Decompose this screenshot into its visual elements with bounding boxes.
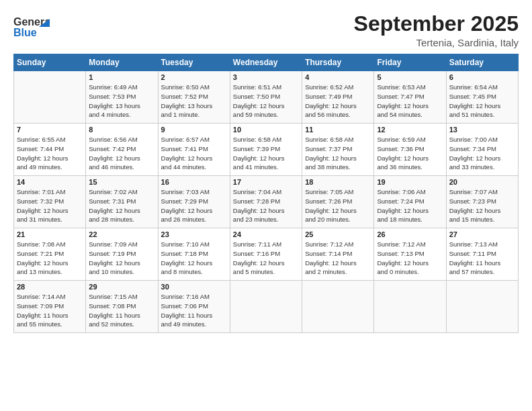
day-number: 29 [89, 283, 154, 291]
day-info: Sunrise: 7:10 AM Sunset: 7:18 PM Dayligh… [161, 240, 227, 277]
day-cell [374, 281, 446, 333]
day-info: Sunrise: 7:13 AM Sunset: 7:11 PM Dayligh… [449, 240, 515, 277]
day-number: 1 [89, 73, 154, 81]
col-saturday: Saturday [446, 54, 518, 71]
day-info: Sunrise: 6:56 AM Sunset: 7:42 PM Dayligh… [89, 135, 154, 172]
day-number: 15 [89, 178, 154, 186]
day-info: Sunrise: 6:55 AM Sunset: 7:44 PM Dayligh… [17, 135, 83, 172]
day-number: 9 [161, 126, 227, 134]
day-number: 20 [449, 178, 515, 186]
day-cell: 17Sunrise: 7:04 AM Sunset: 7:28 PM Dayli… [230, 176, 302, 228]
day-cell: 3Sunrise: 6:51 AM Sunset: 7:50 PM Daylig… [230, 71, 302, 124]
day-number: 27 [449, 230, 515, 238]
day-info: Sunrise: 7:15 AM Sunset: 7:08 PM Dayligh… [89, 292, 154, 329]
day-number: 17 [233, 178, 299, 186]
day-info: Sunrise: 7:02 AM Sunset: 7:31 PM Dayligh… [89, 187, 154, 224]
week-row-1: 7Sunrise: 6:55 AM Sunset: 7:44 PM Daylig… [14, 124, 519, 176]
day-info: Sunrise: 6:49 AM Sunset: 7:53 PM Dayligh… [89, 83, 154, 120]
day-number: 19 [377, 178, 443, 186]
day-cell: 7Sunrise: 6:55 AM Sunset: 7:44 PM Daylig… [14, 124, 86, 176]
day-number: 12 [377, 126, 443, 134]
day-cell: 9Sunrise: 6:57 AM Sunset: 7:41 PM Daylig… [158, 124, 230, 176]
day-cell: 15Sunrise: 7:02 AM Sunset: 7:31 PM Dayli… [86, 176, 158, 228]
day-number: 25 [305, 230, 371, 238]
col-thursday: Thursday [302, 54, 374, 71]
day-cell: 30Sunrise: 7:16 AM Sunset: 7:06 PM Dayli… [158, 281, 230, 333]
day-cell: 2Sunrise: 6:50 AM Sunset: 7:52 PM Daylig… [158, 71, 230, 124]
day-number: 13 [449, 126, 515, 134]
col-wednesday: Wednesday [230, 54, 302, 71]
day-info: Sunrise: 7:06 AM Sunset: 7:24 PM Dayligh… [377, 187, 443, 224]
day-cell: 4Sunrise: 6:52 AM Sunset: 7:49 PM Daylig… [302, 71, 374, 124]
day-number: 11 [305, 126, 371, 134]
day-number: 10 [233, 126, 299, 134]
day-info: Sunrise: 6:57 AM Sunset: 7:41 PM Dayligh… [161, 135, 227, 172]
day-cell: 1Sunrise: 6:49 AM Sunset: 7:53 PM Daylig… [86, 71, 158, 124]
day-info: Sunrise: 7:12 AM Sunset: 7:14 PM Dayligh… [305, 240, 371, 277]
day-info: Sunrise: 6:58 AM Sunset: 7:39 PM Dayligh… [233, 135, 299, 172]
day-info: Sunrise: 7:16 AM Sunset: 7:06 PM Dayligh… [161, 292, 227, 329]
day-info: Sunrise: 7:11 AM Sunset: 7:16 PM Dayligh… [233, 240, 299, 277]
day-info: Sunrise: 6:58 AM Sunset: 7:37 PM Dayligh… [305, 135, 371, 172]
day-number: 14 [17, 178, 83, 186]
day-cell: 16Sunrise: 7:03 AM Sunset: 7:29 PM Dayli… [158, 176, 230, 228]
day-cell: 24Sunrise: 7:11 AM Sunset: 7:16 PM Dayli… [230, 228, 302, 281]
day-cell: 5Sunrise: 6:53 AM Sunset: 7:47 PM Daylig… [374, 71, 446, 124]
day-info: Sunrise: 7:09 AM Sunset: 7:19 PM Dayligh… [89, 240, 154, 277]
subtitle: Tertenia, Sardinia, Italy [354, 37, 519, 48]
week-row-2: 14Sunrise: 7:01 AM Sunset: 7:32 PM Dayli… [14, 176, 519, 228]
day-cell: 18Sunrise: 7:05 AM Sunset: 7:26 PM Dayli… [302, 176, 374, 228]
col-friday: Friday [374, 54, 446, 71]
day-cell: 12Sunrise: 6:59 AM Sunset: 7:36 PM Dayli… [374, 124, 446, 176]
day-number: 21 [17, 230, 83, 238]
day-number: 18 [305, 178, 371, 186]
day-cell: 27Sunrise: 7:13 AM Sunset: 7:11 PM Dayli… [446, 228, 518, 281]
day-info: Sunrise: 7:00 AM Sunset: 7:34 PM Dayligh… [449, 135, 515, 172]
day-cell: 21Sunrise: 7:08 AM Sunset: 7:21 PM Dayli… [14, 228, 86, 281]
day-info: Sunrise: 6:51 AM Sunset: 7:50 PM Dayligh… [233, 83, 299, 120]
day-info: Sunrise: 6:54 AM Sunset: 7:45 PM Dayligh… [449, 83, 515, 120]
day-number: 16 [161, 178, 227, 186]
day-cell [230, 281, 302, 333]
day-cell: 22Sunrise: 7:09 AM Sunset: 7:19 PM Dayli… [86, 228, 158, 281]
day-info: Sunrise: 7:03 AM Sunset: 7:29 PM Dayligh… [161, 187, 227, 224]
day-number: 22 [89, 230, 154, 238]
day-number: 4 [305, 73, 371, 81]
day-cell: 10Sunrise: 6:58 AM Sunset: 7:39 PM Dayli… [230, 124, 302, 176]
day-cell: 28Sunrise: 7:14 AM Sunset: 7:09 PM Dayli… [14, 281, 86, 333]
day-cell: 6Sunrise: 6:54 AM Sunset: 7:45 PM Daylig… [446, 71, 518, 124]
col-tuesday: Tuesday [158, 54, 230, 71]
logo-icon: General Blue [13, 12, 50, 42]
day-cell: 14Sunrise: 7:01 AM Sunset: 7:32 PM Dayli… [14, 176, 86, 228]
logo-area: General Blue [13, 12, 50, 42]
day-number: 6 [449, 73, 515, 81]
day-info: Sunrise: 7:04 AM Sunset: 7:28 PM Dayligh… [233, 187, 299, 224]
day-number: 5 [377, 73, 443, 81]
day-number: 28 [17, 283, 83, 291]
col-monday: Monday [86, 54, 158, 71]
week-row-4: 28Sunrise: 7:14 AM Sunset: 7:09 PM Dayli… [14, 281, 519, 333]
day-number: 23 [161, 230, 227, 238]
day-cell: 13Sunrise: 7:00 AM Sunset: 7:34 PM Dayli… [446, 124, 518, 176]
day-cell [14, 71, 86, 124]
day-cell: 11Sunrise: 6:58 AM Sunset: 7:37 PM Dayli… [302, 124, 374, 176]
day-cell: 23Sunrise: 7:10 AM Sunset: 7:18 PM Dayli… [158, 228, 230, 281]
day-number: 7 [17, 126, 83, 134]
month-title: September 2025 [354, 12, 519, 36]
day-info: Sunrise: 6:52 AM Sunset: 7:49 PM Dayligh… [305, 83, 371, 120]
day-number: 24 [233, 230, 299, 238]
day-cell: 26Sunrise: 7:12 AM Sunset: 7:13 PM Dayli… [374, 228, 446, 281]
day-number: 8 [89, 126, 154, 134]
day-cell: 25Sunrise: 7:12 AM Sunset: 7:14 PM Dayli… [302, 228, 374, 281]
calendar-table: Sunday Monday Tuesday Wednesday Thursday… [13, 54, 519, 333]
day-info: Sunrise: 7:08 AM Sunset: 7:21 PM Dayligh… [17, 240, 83, 277]
day-info: Sunrise: 7:14 AM Sunset: 7:09 PM Dayligh… [17, 292, 83, 329]
header: General Blue September 2025 Tertenia, Sa… [13, 12, 519, 48]
day-info: Sunrise: 7:01 AM Sunset: 7:32 PM Dayligh… [17, 187, 83, 224]
col-sunday: Sunday [14, 54, 86, 71]
page: General Blue September 2025 Tertenia, Sa… [0, 0, 532, 411]
day-number: 26 [377, 230, 443, 238]
day-cell: 8Sunrise: 6:56 AM Sunset: 7:42 PM Daylig… [86, 124, 158, 176]
header-row: Sunday Monday Tuesday Wednesday Thursday… [14, 54, 519, 71]
day-number: 2 [161, 73, 227, 81]
